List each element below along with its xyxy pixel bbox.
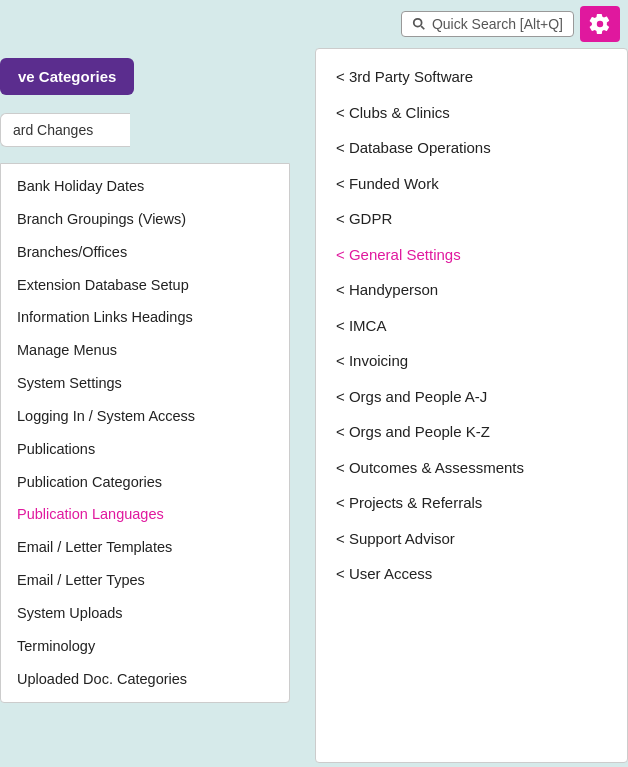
- search-box[interactable]: Quick Search [Alt+Q]: [401, 11, 574, 37]
- right-menu-item-support-advisor[interactable]: < Support Advisor: [316, 521, 627, 557]
- right-menu-item-gdpr[interactable]: < GDPR: [316, 201, 627, 237]
- left-menu-item-extension-database-setup[interactable]: Extension Database Setup: [1, 269, 289, 302]
- left-menu-item-system-settings[interactable]: System Settings: [1, 367, 289, 400]
- active-categories-button[interactable]: ve Categories: [0, 58, 134, 95]
- right-menu-item-database-operations[interactable]: < Database Operations: [316, 130, 627, 166]
- left-menu-item-email-letter-templates[interactable]: Email / Letter Templates: [1, 531, 289, 564]
- left-menu-item-uploaded-doc-categories[interactable]: Uploaded Doc. Categories: [1, 663, 289, 696]
- gear-button[interactable]: [580, 6, 620, 42]
- left-menu-item-terminology[interactable]: Terminology: [1, 630, 289, 663]
- right-menu-item-general-settings[interactable]: < General Settings: [316, 237, 627, 273]
- card-changes-area: ard Changes: [0, 113, 130, 147]
- search-icon: [412, 17, 426, 31]
- gear-icon: [589, 13, 611, 35]
- right-menu-item-3rd-party-software[interactable]: < 3rd Party Software: [316, 59, 627, 95]
- left-menu-item-branch-groupings[interactable]: Branch Groupings (Views): [1, 203, 289, 236]
- active-categories-label: ve Categories: [18, 68, 116, 85]
- left-menu-item-system-uploads[interactable]: System Uploads: [1, 597, 289, 630]
- right-menu-item-invoicing[interactable]: < Invoicing: [316, 343, 627, 379]
- svg-line-1: [421, 26, 424, 29]
- left-menu-item-branches-offices[interactable]: Branches/Offices: [1, 236, 289, 269]
- right-menu-item-outcomes-assessments[interactable]: < Outcomes & Assessments: [316, 450, 627, 486]
- search-label: Quick Search [Alt+Q]: [432, 16, 563, 32]
- card-changes-label: ard Changes: [13, 122, 93, 138]
- left-menu-item-information-links-headings[interactable]: Information Links Headings: [1, 301, 289, 334]
- left-menu-item-bank-holiday-dates[interactable]: Bank Holiday Dates: [1, 170, 289, 203]
- right-menu-item-projects-referrals[interactable]: < Projects & Referrals: [316, 485, 627, 521]
- right-dropdown-menu: < 3rd Party Software< Clubs & Clinics< D…: [315, 48, 628, 763]
- right-menu-item-handyperson[interactable]: < Handyperson: [316, 272, 627, 308]
- left-menu-item-logging-in-system-access[interactable]: Logging In / System Access: [1, 400, 289, 433]
- right-menu-item-clubs-clinics[interactable]: < Clubs & Clinics: [316, 95, 627, 131]
- main-area: ve Categories ard Changes Bank Holiday D…: [0, 48, 628, 763]
- svg-point-0: [414, 19, 422, 27]
- right-menu-item-orgs-and-people-a-j[interactable]: < Orgs and People A-J: [316, 379, 627, 415]
- left-menu-item-publication-languages[interactable]: Publication Languages: [1, 498, 289, 531]
- right-menu-item-user-access[interactable]: < User Access: [316, 556, 627, 592]
- right-menu-item-imca[interactable]: < IMCA: [316, 308, 627, 344]
- left-dropdown-menu: Bank Holiday DatesBranch Groupings (View…: [0, 163, 290, 703]
- right-menu-item-orgs-and-people-k-z[interactable]: < Orgs and People K-Z: [316, 414, 627, 450]
- left-menu-item-publications[interactable]: Publications: [1, 433, 289, 466]
- left-menu-item-publication-categories[interactable]: Publication Categories: [1, 466, 289, 499]
- right-menu-item-funded-work[interactable]: < Funded Work: [316, 166, 627, 202]
- top-bar: Quick Search [Alt+Q]: [0, 0, 628, 48]
- left-menu-item-manage-menus[interactable]: Manage Menus: [1, 334, 289, 367]
- left-panel: ve Categories ard Changes Bank Holiday D…: [0, 48, 315, 763]
- left-menu-item-email-letter-types[interactable]: Email / Letter Types: [1, 564, 289, 597]
